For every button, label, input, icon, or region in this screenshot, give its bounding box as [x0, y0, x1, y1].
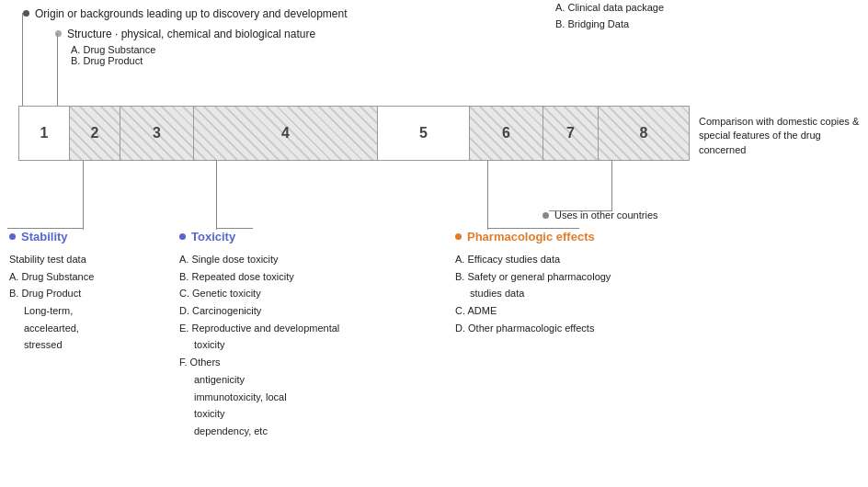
connector-pharma — [487, 161, 488, 230]
connector-pharma-h — [487, 228, 579, 229]
connector-stability — [83, 161, 84, 230]
dot-stability — [9, 233, 16, 240]
toxicity-f: F. Others — [179, 354, 437, 371]
stability-line-5: accelearted, — [9, 320, 161, 337]
stability-line-1: Stability test data — [9, 251, 161, 268]
toxicity-e1: E. Reproductive and developmental — [179, 320, 437, 337]
pharmacologic-section: Pharmacologic effects A. Efficacy studie… — [446, 230, 740, 440]
toxicity-e2: toxicity — [179, 336, 437, 354]
stability-line-3: B. Drug Product — [9, 285, 161, 302]
box-8: 8 — [599, 107, 689, 160]
bottom-sections: Stability Stability test data A. Drug Su… — [0, 230, 868, 440]
stability-section: Stability Stability test data A. Drug Su… — [0, 230, 170, 440]
clinical-item-1: A. Clinical data package — [555, 0, 726, 17]
pharma-d: D. Other pharmacologic effects — [455, 320, 731, 337]
stability-content: Stability test data A. Drug Substance B.… — [9, 251, 161, 354]
origin-label: Origin or backgrounds leading up to disc… — [35, 7, 348, 20]
connector-uses-h — [549, 210, 612, 211]
dot-uses — [542, 212, 549, 219]
dot-origin — [23, 10, 29, 17]
toxicity-title: Toxicity — [179, 230, 437, 244]
connector-stability-h — [7, 228, 84, 229]
pharmacologic-content: A. Efficacy studies data B. Safety or ge… — [455, 251, 731, 336]
toxicity-f3: toxicity — [179, 405, 437, 423]
pharma-b2: studies data — [455, 285, 731, 302]
toxicity-a: A. Single dose toxicity — [179, 251, 437, 268]
box-5: 5 — [378, 107, 470, 160]
toxicity-f2: immunotoxicity, local — [179, 389, 437, 406]
drug-product-label-top: B. Drug Product — [71, 55, 315, 66]
right-annotation: Comparison with domestic copies & specia… — [699, 115, 864, 157]
stability-line-4: Long-term, — [9, 302, 161, 320]
box-4: 4 — [194, 107, 378, 160]
connector-structure — [57, 33, 58, 107]
pharma-c: C. ADME — [455, 302, 731, 320]
pharma-a: A. Efficacy studies data — [455, 251, 731, 268]
toxicity-content: A. Single dose toxicity B. Repeated dose… — [179, 251, 437, 440]
dot-toxicity — [179, 233, 186, 240]
toxicity-section: Toxicity A. Single dose toxicity B. Repe… — [170, 230, 446, 440]
connector-toxicity — [216, 161, 217, 230]
stability-line-6: stressed — [9, 336, 161, 354]
toxicity-c: C. Genetic toxicity — [179, 285, 437, 302]
structure-label: Structure · physical, chemical and biolo… — [67, 28, 315, 40]
toxicity-f1: antigenicity — [179, 371, 437, 389]
pharma-b1: B. Safety or general pharmacology — [455, 268, 731, 286]
toxicity-f4: dependency, etc — [179, 423, 437, 440]
clinical-item-2: B. Bridging Data — [555, 17, 726, 33]
box-7: 7 — [543, 107, 599, 160]
box-2: 2 — [70, 107, 120, 160]
box-1: 1 — [19, 107, 70, 160]
box-3: 3 — [120, 107, 194, 160]
dot-pharmacologic — [455, 233, 462, 240]
drug-substance-label-top: A. Drug Substance — [71, 44, 315, 55]
pharmacologic-title: Pharmacologic effects — [455, 230, 731, 244]
box-6: 6 — [470, 107, 543, 160]
stability-line-2: A. Drug Substance — [9, 268, 161, 286]
stability-title: Stability — [9, 230, 161, 244]
diagram-container: Origin or backgrounds leading up to disc… — [0, 0, 868, 487]
connector-uses — [611, 161, 612, 211]
toxicity-b: B. Repeated dose toxicity — [179, 268, 437, 286]
connector-toxicity-h — [216, 228, 253, 229]
clinical-data-block: Clinical data A. Clinical data package B… — [542, 0, 726, 32]
connector-origin — [22, 13, 23, 107]
boxes-row: 1 2 3 4 5 6 7 8 — [18, 106, 690, 161]
toxicity-d: D. Carcinogenicity — [179, 302, 437, 320]
